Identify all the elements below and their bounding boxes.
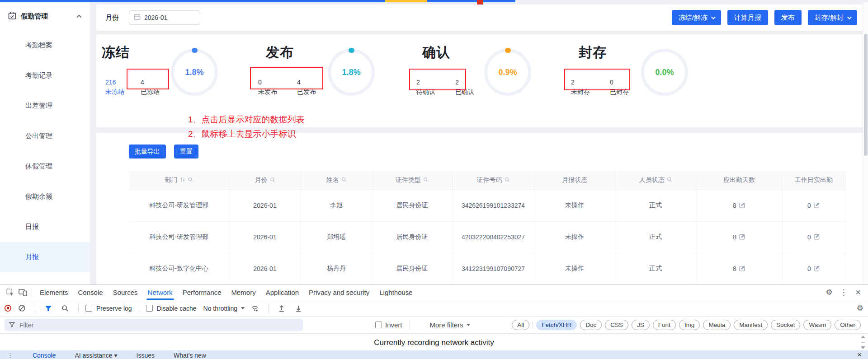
column-label: 部门: [165, 176, 178, 184]
disable-cache-checkbox[interactable]: [146, 305, 153, 312]
scroll-down-icon[interactable]: [861, 346, 865, 349]
batch-export-button[interactable]: 批量导出: [129, 145, 166, 159]
drawer-menu-icon[interactable]: ⋮: [7, 352, 14, 359]
tab-performance[interactable]: Performance: [178, 285, 226, 300]
export-har-icon[interactable]: [292, 303, 305, 314]
tab-network[interactable]: Network: [143, 285, 178, 300]
table-row[interactable]: 科技公司-研发管理部2026-01郑培瑶居民身份证420322200402253…: [129, 221, 845, 253]
filter-funnel-icon[interactable]: [42, 303, 55, 314]
column-search-icon[interactable]: [423, 177, 429, 184]
stat-metric[interactable]: 216未冻结: [105, 78, 124, 97]
table-row[interactable]: 科技公司-研发管理部2026-01李旭居民身份证3426261991012332…: [129, 190, 845, 221]
month-input[interactable]: 2026-01: [129, 10, 200, 25]
page-scrollbar[interactable]: [863, 2, 868, 284]
column-search-icon[interactable]: [505, 177, 510, 184]
sidebar-group-attendance[interactable]: 假勤管理: [0, 2, 90, 30]
search-network-icon[interactable]: [59, 303, 71, 314]
sidebar-item-leave-balance[interactable]: 假期余额: [0, 182, 90, 212]
gauge-percent: 1.8%: [174, 52, 215, 93]
column-search-icon[interactable]: [188, 177, 193, 184]
edit-icon[interactable]: [739, 202, 745, 210]
column-header[interactable]: 月份: [229, 171, 301, 190]
column-header[interactable]: 月报状态: [534, 171, 615, 190]
more-filters-button[interactable]: More filters: [430, 321, 470, 329]
gauge-percent: 0.0%: [644, 52, 685, 93]
clear-network-log-icon[interactable]: [15, 303, 28, 314]
tab-application[interactable]: Application: [261, 285, 304, 300]
table-cell-name: 李旭: [301, 190, 372, 221]
edit-icon[interactable]: [814, 265, 820, 273]
column-header[interactable]: 部门: [129, 171, 229, 190]
column-search-icon[interactable]: [667, 177, 672, 184]
network-settings-icon[interactable]: ⚙: [857, 303, 863, 313]
edit-icon[interactable]: [814, 202, 820, 210]
invert-checkbox[interactable]: [375, 322, 382, 328]
network-filter-input[interactable]: [19, 321, 298, 329]
table-cell-month: 2026-01: [229, 221, 301, 253]
tab-console[interactable]: Console: [73, 285, 108, 300]
drawer-tab-what-s-new[interactable]: What's new: [174, 352, 206, 359]
sidebar-item-monthly-report[interactable]: 月报: [0, 242, 90, 272]
column-header[interactable]: 应出勤天数: [696, 171, 782, 190]
tab-elements[interactable]: Elements: [35, 285, 73, 300]
import-har-icon[interactable]: [275, 303, 288, 314]
table-row[interactable]: 科技公司-数字化中心2026-01杨丹丹居民身份证341223199107090…: [129, 253, 845, 284]
edit-icon[interactable]: [739, 265, 745, 273]
column-header[interactable]: 工作日实出勤: [782, 171, 845, 190]
edit-icon[interactable]: [739, 233, 745, 241]
publish-button[interactable]: 发布: [774, 10, 802, 25]
column-header[interactable]: 证件类型: [372, 171, 452, 190]
chip-manifest[interactable]: Manifest: [734, 320, 768, 330]
tab-privacy-and-security[interactable]: Privacy and security: [304, 285, 374, 300]
drawer-tab-console[interactable]: Console: [33, 352, 56, 359]
sidebar-item-business-trip[interactable]: 出差管理: [0, 91, 90, 121]
tab-lighthouse[interactable]: Lighthouse: [374, 285, 417, 300]
record-network-log-icon[interactable]: [5, 305, 11, 312]
chip-socket[interactable]: Socket: [771, 320, 800, 330]
chip-fetch-xhr[interactable]: Fetch/XHR: [536, 320, 577, 330]
tab-sources[interactable]: Sources: [108, 285, 143, 300]
devtools-scrollbar[interactable]: [860, 336, 866, 349]
drawer-tab-ai-assistance[interactable]: AI assistance ▾: [75, 352, 117, 359]
chip-font[interactable]: Font: [653, 320, 676, 330]
column-header[interactable]: 姓名: [301, 171, 372, 190]
tab-memory[interactable]: Memory: [226, 285, 261, 300]
sidebar-item-attendance-archive[interactable]: 考勤档案: [0, 30, 90, 61]
chip-css[interactable]: CSS: [605, 320, 628, 330]
chip-all[interactable]: All: [512, 320, 529, 330]
chip-js[interactable]: JS: [632, 320, 650, 330]
column-header[interactable]: 证件号码: [452, 171, 534, 190]
inspect-element-icon[interactable]: [4, 287, 16, 298]
page-scrollbar-thumb[interactable]: [864, 34, 868, 156]
device-toolbar-icon[interactable]: [16, 287, 29, 298]
seal-unseal-button[interactable]: 封存/解封: [808, 10, 857, 25]
reset-button[interactable]: 重置: [174, 145, 198, 159]
column-search-icon[interactable]: [270, 177, 275, 184]
sidebar-item-public-outing[interactable]: 公出管理: [0, 121, 90, 151]
chip-img[interactable]: Img: [679, 320, 700, 330]
devtools-settings-icon[interactable]: ⚙: [823, 287, 835, 298]
devtools-menu-icon[interactable]: ⋮: [837, 287, 850, 298]
sort-icon[interactable]: [180, 177, 185, 184]
devtools-close-icon[interactable]: ×: [852, 287, 864, 298]
throttling-select[interactable]: No throttling: [203, 305, 245, 312]
calc-monthly-report-button[interactable]: 计算月报: [727, 10, 768, 25]
network-conditions-icon[interactable]: [249, 303, 261, 314]
sidebar-item-daily-report[interactable]: 日报: [0, 212, 90, 242]
sidebar-item-leave-management[interactable]: 休假管理: [0, 151, 90, 182]
column-header[interactable]: 人员状态: [615, 171, 696, 190]
drawer-close-icon[interactable]: ×: [857, 350, 862, 359]
column-search-icon[interactable]: [341, 177, 347, 184]
chip-media[interactable]: Media: [703, 320, 731, 330]
chip-doc[interactable]: Doc: [580, 320, 602, 330]
sidebar-item-attendance-record[interactable]: 考勤记录: [0, 61, 90, 91]
divider: [268, 304, 269, 313]
scroll-thumb[interactable]: [861, 342, 865, 343]
drawer-tab-issues[interactable]: Issues: [137, 352, 155, 359]
chip-other[interactable]: Other: [835, 320, 861, 330]
freeze-unfreeze-button[interactable]: 冻结/解冻: [672, 10, 721, 25]
preserve-log-checkbox[interactable]: [85, 305, 92, 312]
edit-icon[interactable]: [814, 233, 820, 241]
scroll-up-icon[interactable]: [861, 336, 865, 338]
chip-wasm[interactable]: Wasm: [803, 320, 831, 330]
